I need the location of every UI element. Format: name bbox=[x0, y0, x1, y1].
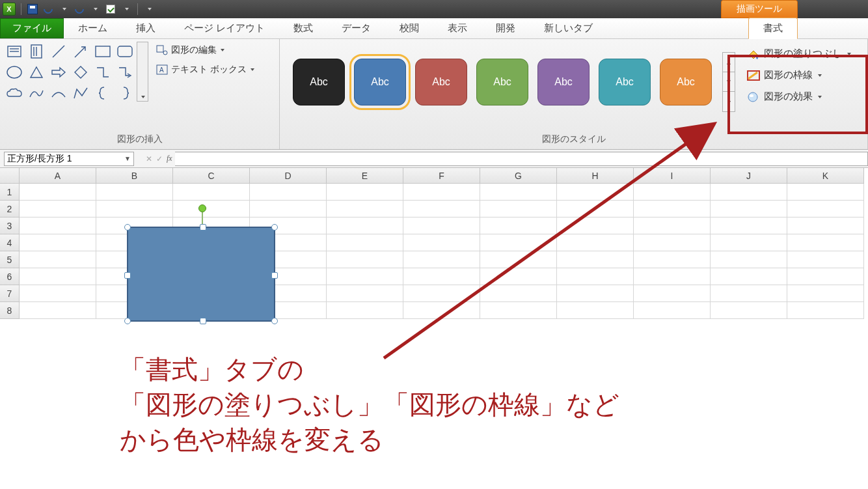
cell[interactable] bbox=[634, 217, 711, 234]
shape-triangle-icon[interactable] bbox=[26, 63, 47, 82]
row-header[interactable]: 2 bbox=[0, 201, 20, 217]
cell[interactable] bbox=[327, 184, 403, 201]
style-thumb-red[interactable]: Abc bbox=[415, 59, 467, 105]
cell[interactable] bbox=[327, 201, 403, 217]
cell[interactable] bbox=[557, 234, 634, 251]
cell[interactable] bbox=[557, 201, 634, 217]
column-header[interactable]: D bbox=[250, 168, 327, 184]
row-header[interactable]: 6 bbox=[0, 268, 20, 285]
gallery-up-icon[interactable]: ▲ bbox=[723, 53, 735, 72]
checkbox-dropdown[interactable] bbox=[119, 2, 133, 16]
style-thumb-purple[interactable]: Abc bbox=[537, 59, 590, 105]
cell[interactable] bbox=[20, 217, 96, 234]
cell[interactable] bbox=[173, 184, 250, 201]
cell[interactable] bbox=[403, 285, 480, 302]
column-header[interactable]: B bbox=[96, 168, 173, 184]
tab-insert[interactable]: 挿入 bbox=[122, 18, 170, 38]
cell[interactable] bbox=[403, 251, 480, 268]
tab-newtab[interactable]: 新しいタブ bbox=[530, 18, 607, 38]
cell[interactable] bbox=[634, 201, 711, 217]
cell[interactable] bbox=[711, 268, 787, 285]
cell[interactable] bbox=[327, 234, 403, 251]
shape-arrow-icon[interactable] bbox=[70, 42, 91, 61]
column-header[interactable]: C bbox=[173, 168, 250, 184]
cell[interactable] bbox=[711, 217, 787, 234]
row-header[interactable]: 5 bbox=[0, 251, 20, 268]
fx-enter-icon[interactable]: ✓ bbox=[156, 154, 163, 163]
cell[interactable] bbox=[20, 234, 96, 251]
cell[interactable] bbox=[634, 251, 711, 268]
rotation-handle[interactable] bbox=[198, 204, 206, 212]
shape-roundrect-icon[interactable] bbox=[115, 42, 135, 61]
cell[interactable] bbox=[557, 251, 634, 268]
row-header[interactable]: 8 bbox=[0, 302, 20, 319]
shape-fill-button[interactable]: 図形の塗りつぶし bbox=[746, 46, 852, 62]
cell[interactable] bbox=[787, 184, 864, 201]
cell[interactable] bbox=[327, 285, 403, 302]
select-all-corner[interactable] bbox=[0, 168, 20, 184]
resize-handle[interactable] bbox=[124, 272, 131, 279]
row-header[interactable]: 1 bbox=[0, 184, 20, 201]
cell[interactable] bbox=[327, 217, 403, 234]
resize-handle[interactable] bbox=[124, 224, 131, 231]
gallery-scroll[interactable]: ▲ ▼ ▾ bbox=[722, 52, 735, 112]
qat-customize[interactable] bbox=[142, 2, 156, 16]
cell[interactable] bbox=[711, 201, 787, 217]
tab-formulas[interactable]: 数式 bbox=[279, 18, 327, 38]
cell[interactable] bbox=[480, 201, 557, 217]
cell[interactable] bbox=[480, 251, 557, 268]
cell[interactable] bbox=[787, 234, 864, 251]
name-box[interactable]: 正方形/長方形 1 ▼ bbox=[4, 152, 134, 166]
column-header[interactable]: H bbox=[557, 168, 634, 184]
save-button[interactable] bbox=[25, 2, 40, 16]
cell[interactable] bbox=[403, 302, 480, 319]
resize-handle[interactable] bbox=[271, 272, 278, 279]
cell[interactable] bbox=[557, 285, 634, 302]
tab-file[interactable]: ファイル bbox=[0, 18, 64, 38]
gallery-down-icon[interactable]: ▼ bbox=[723, 72, 735, 92]
cell[interactable] bbox=[20, 302, 96, 319]
resize-handle[interactable] bbox=[271, 224, 278, 231]
cell[interactable] bbox=[787, 302, 864, 319]
tab-format[interactable]: 書式 bbox=[748, 18, 798, 39]
cell[interactable] bbox=[250, 184, 327, 201]
cell[interactable] bbox=[403, 201, 480, 217]
shapes-gallery[interactable] bbox=[4, 42, 135, 103]
shape-elbow-arrow-icon[interactable] bbox=[115, 63, 135, 82]
column-header[interactable]: A bbox=[20, 168, 96, 184]
tab-review[interactable]: 校閲 bbox=[385, 18, 433, 38]
cell[interactable] bbox=[557, 217, 634, 234]
cell[interactable] bbox=[480, 285, 557, 302]
shape-rect-icon[interactable] bbox=[92, 42, 113, 61]
cell[interactable] bbox=[711, 184, 787, 201]
fx-icon[interactable]: fx bbox=[167, 154, 172, 163]
cell[interactable] bbox=[327, 268, 403, 285]
cell[interactable] bbox=[403, 217, 480, 234]
cell[interactable] bbox=[20, 201, 96, 217]
shape-effects-button[interactable]: 図形の効果 bbox=[746, 89, 852, 105]
shape-textbox-vert-icon[interactable] bbox=[26, 42, 47, 61]
shape-rightarrow-icon[interactable] bbox=[48, 63, 69, 82]
selected-rectangle-shape[interactable] bbox=[127, 227, 275, 322]
style-thumb-green[interactable]: Abc bbox=[476, 59, 528, 105]
cell[interactable] bbox=[20, 268, 96, 285]
cell[interactable] bbox=[557, 184, 634, 201]
resize-handle[interactable] bbox=[124, 318, 131, 324]
shape-cloud-icon[interactable] bbox=[4, 83, 25, 103]
tab-data[interactable]: データ bbox=[327, 18, 385, 38]
row-header[interactable]: 3 bbox=[0, 217, 20, 234]
cell[interactable] bbox=[711, 234, 787, 251]
chevron-down-icon[interactable]: ▼ bbox=[124, 155, 131, 162]
redo-button[interactable] bbox=[72, 2, 87, 16]
cell[interactable] bbox=[327, 302, 403, 319]
shape-textbox-icon[interactable] bbox=[4, 42, 25, 61]
cell[interactable] bbox=[480, 234, 557, 251]
tab-pagelayout[interactable]: ページ レイアウト bbox=[170, 18, 279, 38]
cell[interactable] bbox=[20, 251, 96, 268]
cell[interactable] bbox=[20, 184, 96, 201]
cell[interactable] bbox=[327, 251, 403, 268]
style-thumb-dark[interactable]: Abc bbox=[293, 59, 345, 105]
column-header[interactable]: I bbox=[634, 168, 711, 184]
cell[interactable] bbox=[480, 302, 557, 319]
style-thumb-orange[interactable]: Abc bbox=[660, 59, 712, 105]
